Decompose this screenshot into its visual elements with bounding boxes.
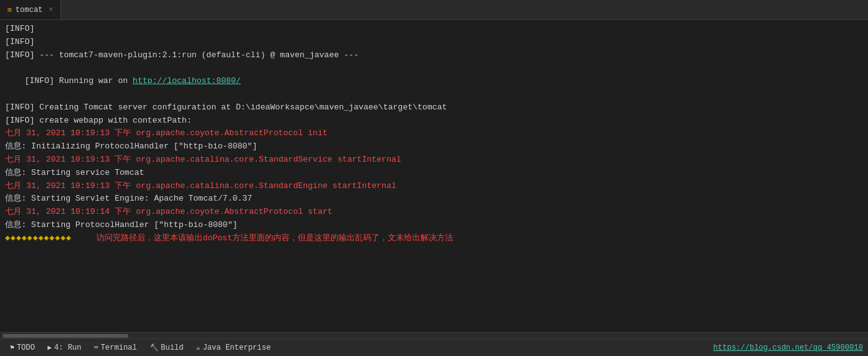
console-line: 信息: Starting service Tomcat <box>5 167 863 180</box>
console-line: 信息: Initializing ProtocolHandler ["http-… <box>5 140 863 153</box>
todo-icon: ⚑ <box>10 343 14 352</box>
console-line-red: 七月 31, 2021 10:19:13 下午 org.apache.catal… <box>5 180 863 193</box>
terminal-label: Terminal <box>101 343 137 352</box>
terminal-button[interactable]: ⌨ Terminal <box>89 342 142 353</box>
localhost-link[interactable]: http://localhost:8080/ <box>133 76 241 86</box>
console-line: [INFO] create webapp with contextPath: <box>5 114 863 128</box>
tomcat-tab[interactable]: m tomcat × <box>0 0 61 19</box>
console-output: [INFO] [INFO] [INFO] --- tomcat7-maven-p… <box>0 20 868 332</box>
tab-maven-icon: m <box>8 6 12 14</box>
run-button[interactable]: ▶ 4: Run <box>42 342 86 353</box>
tab-bar: m tomcat × <box>0 0 868 20</box>
todo-label: TODO <box>17 343 35 352</box>
tab-label: tomcat <box>16 6 43 14</box>
blog-url-link[interactable]: https://blog.csdn.net/qq_45900010 <box>713 343 863 352</box>
run-label: 4: Run <box>54 343 81 352</box>
bottom-toolbar: ⚑ TODO ▶ 4: Run ⌨ Terminal 🔨 Build ☕ Jav… <box>0 338 868 356</box>
scrollbar-thumb[interactable] <box>3 334 128 338</box>
java-enterprise-label: Java Enterprise <box>203 343 271 352</box>
annotation-text: 访问完路径后，这里本该输出doPost方法里面的内容，但是这里的输出乱码了，文末… <box>77 232 453 245</box>
build-label: Build <box>161 343 184 352</box>
java-icon: ☕ <box>196 343 201 352</box>
java-enterprise-button[interactable]: ☕ Java Enterprise <box>191 342 276 353</box>
console-line: [INFO] <box>5 23 863 36</box>
build-button[interactable]: 🔨 Build <box>145 342 189 353</box>
build-icon: 🔨 <box>150 343 159 352</box>
console-line-red: 七月 31, 2021 10:19:13 下午 org.apache.catal… <box>5 153 863 167</box>
console-annotation-line: ◆◆◆◆◆◆◆◆◆◆◆◆ 访问完路径后，这里本该输出doPost方法里面的内容，… <box>5 232 863 245</box>
console-line: 信息: Starting Servlet Engine: Apache Tomc… <box>5 192 863 206</box>
console-line-red: 七月 31, 2021 10:19:13 下午 org.apache.coyot… <box>5 127 863 140</box>
horizontal-scrollbar[interactable] <box>0 332 868 338</box>
info-prefix: [INFO] Running war on <box>25 76 133 86</box>
console-line: [INFO] <box>5 36 863 49</box>
console-line-red: 七月 31, 2021 10:19:14 下午 org.apache.coyot… <box>5 206 863 219</box>
todo-button[interactable]: ⚑ TODO <box>5 342 40 353</box>
annotation-diamonds: ◆◆◆◆◆◆◆◆◆◆◆◆ <box>5 232 72 245</box>
console-line: 信息: Starting ProtocolHandler ["http-bio-… <box>5 219 863 232</box>
console-line: [INFO] --- tomcat7-maven-plugin:2.1:run … <box>5 49 863 62</box>
console-line: [INFO] Creating Tomcat server configurat… <box>5 101 863 114</box>
tab-close-icon[interactable]: × <box>49 6 53 13</box>
terminal-icon: ⌨ <box>94 343 98 352</box>
console-line-link: [INFO] Running war on http://localhost:8… <box>5 62 863 101</box>
run-icon: ▶ <box>47 343 52 352</box>
